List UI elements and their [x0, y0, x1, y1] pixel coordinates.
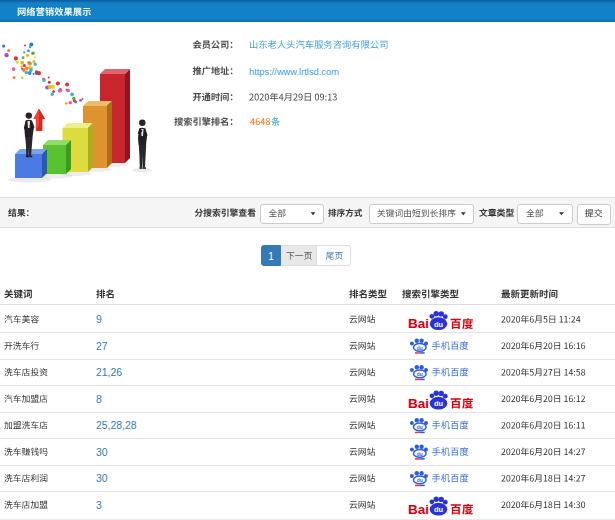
svg-text:8: 8 [96, 394, 102, 405]
svg-text:du: du [417, 452, 423, 457]
svg-text:du: du [417, 425, 423, 430]
svg-text:27: 27 [96, 341, 108, 352]
svg-text:du: du [417, 372, 423, 377]
svg-text:du: du [434, 399, 444, 408]
svg-text:du: du [417, 346, 423, 351]
svg-text:https://www.lrtlsd.com: https://www.lrtlsd.com [249, 67, 339, 77]
svg-text:du: du [417, 478, 423, 483]
svg-text:Bai: Bai [408, 316, 429, 331]
svg-text:30: 30 [96, 473, 108, 484]
svg-text:3: 3 [96, 500, 102, 511]
svg-text:Bai: Bai [408, 502, 429, 517]
svg-text:30: 30 [96, 447, 108, 458]
svg-text:1: 1 [268, 251, 274, 262]
svg-text:Bai: Bai [408, 396, 429, 411]
svg-text:9: 9 [96, 314, 102, 325]
svg-text:du: du [434, 505, 444, 514]
svg-text:21,26: 21,26 [96, 367, 122, 378]
svg-text:du: du [434, 320, 444, 329]
svg-text:25,28,28: 25,28,28 [96, 420, 137, 431]
